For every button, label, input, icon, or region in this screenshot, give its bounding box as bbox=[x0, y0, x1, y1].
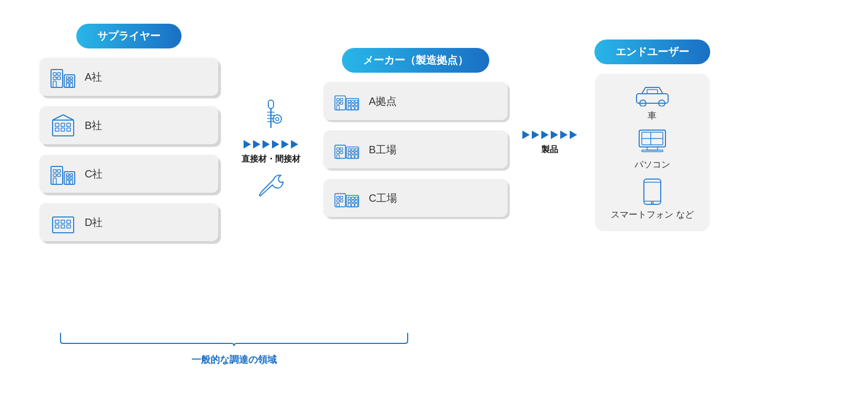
supplier-card-d-inner: D社 bbox=[39, 203, 218, 241]
svg-rect-65 bbox=[355, 106, 358, 110]
svg-rect-41 bbox=[67, 225, 70, 228]
svg-rect-86 bbox=[340, 196, 343, 199]
supplier-card-list: A社 bbox=[39, 58, 218, 246]
svg-rect-14 bbox=[55, 123, 59, 126]
svg-rect-83 bbox=[337, 196, 339, 199]
supplier-card-a: A社 bbox=[39, 58, 218, 96]
svg-rect-94 bbox=[355, 200, 358, 202]
svg-rect-87 bbox=[340, 200, 343, 202]
arrow-4 bbox=[272, 140, 279, 149]
svg-rect-69 bbox=[337, 155, 339, 159]
r-arrow-4 bbox=[551, 131, 558, 139]
svg-rect-33 bbox=[66, 180, 69, 184]
svg-rect-58 bbox=[351, 100, 354, 102]
svg-rect-9 bbox=[66, 80, 69, 82]
svg-rect-95 bbox=[348, 203, 351, 207]
svg-rect-96 bbox=[351, 203, 354, 207]
enduser-label-pc: パソコン bbox=[634, 159, 670, 171]
r-arrow-6 bbox=[570, 131, 577, 139]
svg-rect-57 bbox=[348, 100, 351, 102]
svg-rect-6 bbox=[64, 75, 75, 87]
svg-rect-68 bbox=[337, 151, 339, 153]
svg-rect-1 bbox=[53, 73, 56, 75]
car-icon bbox=[634, 84, 671, 106]
maker-card-b-inner: B工場 bbox=[324, 131, 508, 169]
r-arrow-2 bbox=[532, 131, 539, 139]
maker-card-a: A拠点 bbox=[324, 82, 508, 120]
svg-line-21 bbox=[63, 115, 74, 120]
svg-rect-55 bbox=[340, 102, 343, 104]
middle-arrow-row bbox=[244, 140, 298, 149]
svg-rect-51 bbox=[337, 98, 339, 101]
maker-label-b: B工場 bbox=[369, 143, 397, 157]
svg-rect-67 bbox=[337, 148, 339, 150]
supplier-label-b: B社 bbox=[85, 118, 102, 133]
bottom-section: 一般的な調達の領域 bbox=[55, 330, 413, 366]
svg-rect-98 bbox=[637, 94, 668, 103]
bottom-label: 一般的な調達の領域 bbox=[55, 353, 413, 366]
svg-rect-27 bbox=[57, 174, 60, 176]
enduser-header: エンドユーザー bbox=[594, 39, 710, 64]
maker-card-list: A拠点 bbox=[324, 82, 508, 222]
supplier-section: サプライヤー bbox=[39, 24, 218, 246]
building-icon-b bbox=[50, 114, 76, 137]
right-arrows: 製品 bbox=[522, 131, 577, 155]
supplier-header: サプライヤー bbox=[76, 24, 181, 48]
maker-label-c: C工場 bbox=[369, 191, 397, 205]
svg-rect-23 bbox=[53, 170, 56, 172]
svg-rect-11 bbox=[66, 83, 69, 87]
svg-rect-93 bbox=[351, 200, 354, 202]
svg-point-48 bbox=[273, 115, 281, 123]
supplier-label-d: D社 bbox=[85, 215, 103, 230]
enduser-container: 車 パソコン bbox=[595, 74, 710, 231]
svg-rect-80 bbox=[351, 155, 354, 159]
svg-rect-60 bbox=[348, 103, 351, 105]
svg-rect-108 bbox=[644, 179, 661, 204]
building-icon-a bbox=[50, 65, 76, 88]
svg-rect-30 bbox=[70, 174, 73, 176]
svg-line-20 bbox=[53, 115, 63, 120]
middle-arrow-label: 直接材・間接材 bbox=[241, 154, 300, 165]
maker-card-b: B工場 bbox=[324, 131, 508, 169]
svg-rect-17 bbox=[61, 128, 65, 131]
maker-building-icon-c bbox=[334, 186, 360, 210]
svg-rect-70 bbox=[340, 148, 343, 150]
svg-rect-78 bbox=[355, 152, 358, 154]
maker-building-icon-a bbox=[334, 90, 360, 113]
svg-rect-3 bbox=[53, 81, 56, 87]
svg-rect-97 bbox=[355, 203, 358, 207]
svg-rect-25 bbox=[53, 178, 56, 184]
arrow-6 bbox=[291, 140, 298, 149]
product-arrow-label: 製品 bbox=[541, 144, 558, 155]
svg-rect-40 bbox=[67, 220, 70, 223]
svg-rect-16 bbox=[61, 123, 65, 126]
svg-rect-32 bbox=[70, 177, 73, 179]
svg-rect-28 bbox=[64, 172, 75, 184]
svg-rect-7 bbox=[66, 77, 69, 79]
supplier-card-b: B社 bbox=[39, 106, 218, 144]
svg-point-49 bbox=[276, 117, 279, 121]
svg-rect-85 bbox=[337, 203, 339, 207]
middle-icons: 直接材・間接材 bbox=[241, 99, 300, 198]
svg-rect-10 bbox=[70, 80, 73, 82]
enduser-section: エンドユーザー 車 bbox=[592, 39, 713, 231]
arrow-2 bbox=[253, 140, 260, 149]
svg-rect-8 bbox=[70, 77, 73, 79]
svg-rect-29 bbox=[66, 174, 69, 176]
enduser-item-car: 車 bbox=[634, 84, 671, 122]
enduser-label-smartphone: スマートフォン など bbox=[611, 209, 694, 221]
svg-rect-38 bbox=[61, 220, 65, 223]
svg-rect-77 bbox=[351, 152, 354, 154]
svg-rect-71 bbox=[340, 151, 343, 153]
svg-rect-18 bbox=[67, 123, 70, 126]
svg-rect-76 bbox=[348, 152, 351, 154]
svg-rect-31 bbox=[66, 177, 69, 179]
svg-rect-79 bbox=[348, 155, 351, 159]
svg-rect-101 bbox=[647, 90, 658, 94]
maker-section: メーカー（製造拠点） bbox=[324, 48, 508, 222]
supplier-label-c: C社 bbox=[85, 167, 103, 181]
supplier-label-a: A社 bbox=[85, 70, 102, 84]
svg-rect-53 bbox=[337, 105, 339, 110]
maker-card-a-inner: A拠点 bbox=[324, 82, 508, 120]
enduser-item-smartphone: スマートフォン など bbox=[611, 178, 694, 221]
